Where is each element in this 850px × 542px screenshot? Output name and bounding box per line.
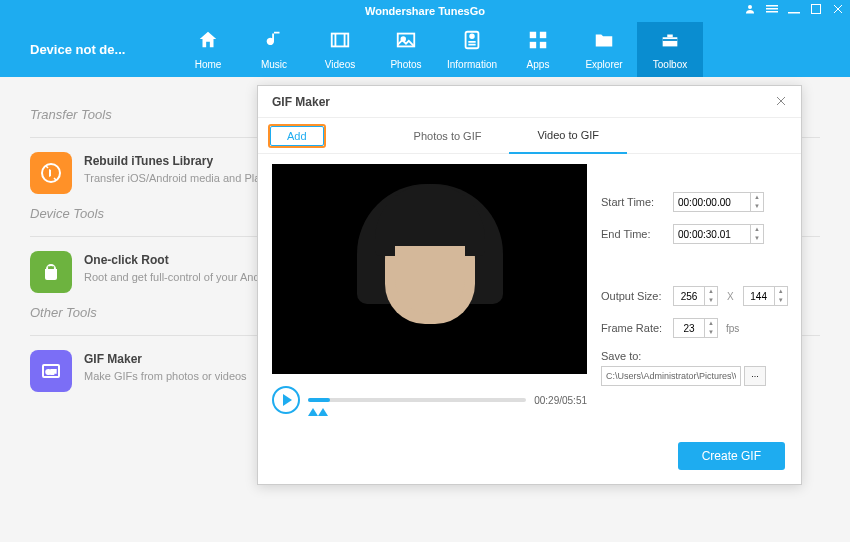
home-icon — [197, 29, 219, 56]
apps-icon — [527, 29, 549, 56]
tool-desc: Make GIFs from photos or videos — [84, 369, 247, 384]
frame-rate-input[interactable]: ▲▼ — [673, 318, 718, 338]
svg-rect-2 — [766, 8, 778, 10]
player-controls: 00:29/05:51 — [272, 386, 587, 414]
frame-rate-label: Frame Rate: — [601, 322, 667, 334]
user-icon[interactable] — [744, 3, 756, 17]
top-nav: Device not de... Home Music Videos Photo… — [0, 22, 850, 77]
tool-title: GIF Maker — [84, 352, 247, 366]
end-time-field[interactable] — [674, 229, 750, 240]
chevron-down-icon: ▼ — [705, 328, 717, 337]
close-icon[interactable] — [775, 94, 787, 110]
android-icon — [30, 251, 72, 293]
x-separator: X — [727, 291, 734, 302]
gif-icon: GIF — [30, 350, 72, 392]
output-size-label: Output Size: — [601, 290, 667, 302]
nav-label: Videos — [325, 59, 355, 70]
svg-point-22 — [53, 266, 55, 268]
fps-field[interactable] — [674, 323, 704, 334]
maximize-icon[interactable] — [810, 3, 822, 17]
browse-button[interactable]: ··· — [744, 366, 766, 386]
nav-toolbox[interactable]: Toolbox — [637, 22, 703, 77]
nav-label: Photos — [390, 59, 421, 70]
nav-information[interactable]: Information — [439, 22, 505, 77]
spinner[interactable]: ▲▼ — [750, 225, 763, 243]
spinner[interactable]: ▲▼ — [704, 319, 717, 337]
videos-icon — [329, 29, 351, 56]
window-controls — [744, 3, 844, 17]
output-height-input[interactable]: ▲▼ — [743, 286, 788, 306]
modal-body: 00:29/05:51 Start Time: ▲▼ End Time: ▲▼ — [258, 154, 801, 424]
nav-photos[interactable]: Photos — [373, 22, 439, 77]
play-icon — [283, 394, 292, 406]
create-gif-button[interactable]: Create GIF — [678, 442, 785, 470]
tab-video-to-gif[interactable]: Video to GIF — [509, 119, 627, 154]
video-preview[interactable] — [272, 164, 587, 374]
time-display: 00:29/05:51 — [534, 395, 587, 406]
modal-tabs: Add Photos to GIF Video to GIF — [258, 118, 801, 154]
video-area: 00:29/05:51 — [272, 164, 587, 414]
chevron-down-icon: ▼ — [775, 296, 787, 305]
modal-title: GIF Maker — [272, 95, 330, 109]
nav-label: Music — [261, 59, 287, 70]
nav-label: Apps — [527, 59, 550, 70]
start-time-label: Start Time: — [601, 196, 667, 208]
output-width-input[interactable]: ▲▼ — [673, 286, 718, 306]
svg-rect-19 — [663, 39, 678, 41]
play-button[interactable] — [272, 386, 300, 414]
save-path-field[interactable] — [601, 366, 741, 386]
svg-point-0 — [748, 5, 752, 9]
explorer-icon — [593, 29, 615, 56]
nav-home[interactable]: Home — [175, 22, 241, 77]
video-thumbnail — [385, 214, 475, 324]
close-icon[interactable] — [832, 3, 844, 17]
settings-panel: Start Time: ▲▼ End Time: ▲▼ Output Size: — [601, 164, 788, 414]
width-field[interactable] — [674, 291, 704, 302]
chevron-down-icon: ▼ — [751, 202, 763, 211]
nav-music[interactable]: Music — [241, 22, 307, 77]
svg-rect-16 — [540, 32, 546, 38]
titlebar: Wondershare TunesGo — [0, 0, 850, 22]
modal-footer: Create GIF — [678, 442, 785, 470]
menu-icon[interactable] — [766, 3, 778, 17]
nav-apps[interactable]: Apps — [505, 22, 571, 77]
spinner[interactable]: ▲▼ — [750, 193, 763, 211]
chevron-up-icon: ▲ — [751, 193, 763, 202]
end-time-input[interactable]: ▲▼ — [673, 224, 764, 244]
chevron-up-icon: ▲ — [775, 287, 787, 296]
height-field[interactable] — [744, 291, 774, 302]
save-to-label: Save to: — [601, 350, 788, 362]
chevron-up-icon: ▲ — [705, 319, 717, 328]
svg-point-14 — [470, 35, 474, 39]
svg-rect-1 — [766, 5, 778, 7]
nav-label: Information — [447, 59, 497, 70]
nav-explorer[interactable]: Explorer — [571, 22, 637, 77]
minimize-icon[interactable] — [788, 3, 800, 17]
nav-label: Toolbox — [653, 59, 687, 70]
svg-rect-4 — [788, 12, 800, 14]
chevron-up-icon: ▲ — [751, 225, 763, 234]
svg-rect-18 — [540, 42, 546, 48]
chevron-down-icon: ▼ — [751, 234, 763, 243]
svg-text:GIF: GIF — [46, 369, 56, 375]
gif-maker-modal: GIF Maker Add Photos to GIF Video to GIF — [257, 85, 802, 485]
device-status: Device not de... — [0, 42, 175, 57]
music-icon — [263, 29, 285, 56]
add-button[interactable]: Add — [268, 124, 326, 148]
tab-photos-to-gif[interactable]: Photos to GIF — [386, 118, 510, 153]
nav-videos[interactable]: Videos — [307, 22, 373, 77]
photos-icon — [395, 29, 417, 56]
spinner[interactable]: ▲▼ — [774, 287, 787, 305]
svg-rect-3 — [766, 11, 778, 13]
svg-rect-17 — [530, 42, 536, 48]
start-time-field[interactable] — [674, 197, 750, 208]
add-button-label: Add — [270, 126, 324, 146]
svg-rect-8 — [332, 34, 349, 47]
start-time-input[interactable]: ▲▼ — [673, 192, 764, 212]
chevron-down-icon: ▼ — [705, 296, 717, 305]
range-handles[interactable] — [308, 408, 328, 420]
spinner[interactable]: ▲▼ — [704, 287, 717, 305]
rebuild-icon — [30, 152, 72, 194]
info-icon — [461, 29, 483, 56]
progress-bar[interactable] — [308, 398, 526, 402]
